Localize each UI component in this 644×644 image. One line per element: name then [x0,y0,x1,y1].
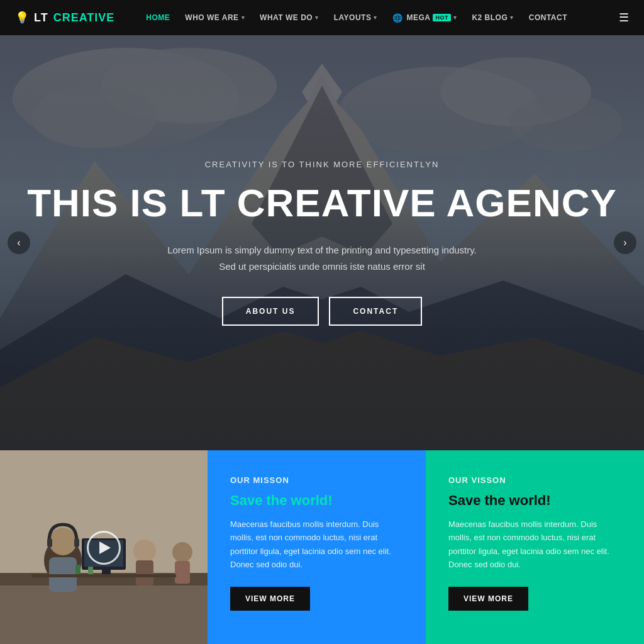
nav-contact[interactable]: CONTACT [523,9,574,26]
who-we-are-caret: ▾ [242,14,245,21]
k2blog-caret: ▾ [510,14,514,21]
hot-badge: HOT [433,14,451,21]
office-image-block [0,450,208,644]
hero-buttons: ABOUT US CONTACT [13,297,631,326]
about-us-button[interactable]: ABOUT US [222,297,319,326]
mission-heading: Save the world! [230,492,403,509]
mission-label: OUR MISSON [230,475,403,485]
nav-layouts[interactable]: LAYOUTS ▾ [328,9,384,26]
office-image-overlay [0,450,208,644]
vision-text: Maecenas faucibus mollis interdum. Duis … [448,518,621,572]
brand-icon: 💡 [15,11,29,25]
play-icon [99,541,111,554]
mega-globe-icon: 🌐 [392,13,403,23]
play-button[interactable] [87,531,121,565]
brand-logo[interactable]: 💡 LT CREATIVE [15,11,114,25]
layouts-caret: ▾ [374,14,377,21]
hero-title: THIS IS LT CREATIVE AGENCY [13,182,631,225]
nav-links: HOME WHO WE ARE ▾ WHAT WE DO ▾ LAYOUTS ▾… [140,9,614,26]
hero-description: Lorem Ipsum is simply dummy text of the … [13,242,631,274]
vision-block: OUR VISSON Save the world! Maecenas fauc… [426,450,644,644]
nav-what-we-do[interactable]: WHAT WE DO ▾ [253,9,325,26]
mission-text: Maecenas faucibus mollis interdum. Duis … [230,518,403,572]
what-we-do-caret: ▾ [315,14,319,21]
slider-prev-button[interactable]: ‹ [8,231,30,254]
hero-section: CREATIVITY IS TO THINK MORE EFFICIENTLYn… [0,35,644,450]
navbar: 💡 LT CREATIVE HOME WHO WE ARE ▾ WHAT WE … [0,0,644,35]
nav-who-we-are[interactable]: WHO WE ARE ▾ [179,9,251,26]
mission-block: OUR MISSON Save the world! Maecenas fauc… [208,450,426,644]
mega-caret: ▾ [453,14,457,21]
mission-view-more-button[interactable]: VIEW MORE [230,587,310,611]
contact-button[interactable]: CONTACT [329,297,422,326]
brand-creative: CREATIVE [53,11,115,25]
brand-lt: LT [34,11,48,25]
vision-view-more-button[interactable]: VIEW MORE [448,587,528,611]
hero-subtitle: CREATIVITY IS TO THINK MORE EFFICIENTLYn [13,160,631,169]
nav-mega[interactable]: 🌐 MEGA HOT ▾ [386,9,464,26]
hero-content: CREATIVITY IS TO THINK MORE EFFICIENTLYn… [0,160,644,326]
nav-home[interactable]: HOME [140,9,176,26]
vision-heading: Save the world! [448,492,621,509]
vision-label: OUR VISSON [448,475,621,485]
bottom-section: OUR MISSON Save the world! Maecenas fauc… [0,450,644,644]
nav-k2blog[interactable]: K2 BLOG ▾ [465,9,519,26]
hamburger-menu-icon[interactable]: ☰ [619,11,629,25]
slider-next-button[interactable]: › [614,231,636,254]
